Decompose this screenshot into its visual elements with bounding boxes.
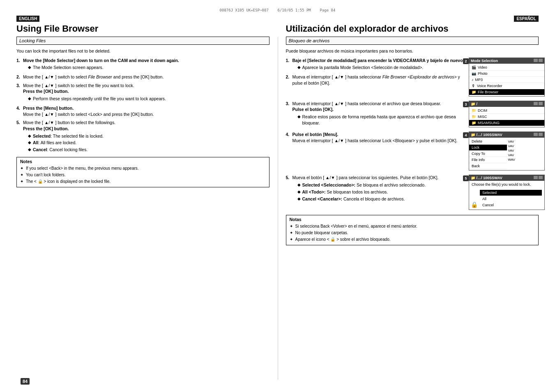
spanish-intro: Puede bloquear archivos de música import… [286, 48, 539, 54]
column-separator [278, 37, 278, 380]
spanish-badge: ESPAÑOL [514, 16, 539, 22]
notes-title-es: Notas [290, 217, 535, 222]
lock-prompt: Choose the file(s) you would to lock. [472, 182, 542, 187]
screen2-container: 2 Mode Selection 🎬Video 📷Photo [469, 58, 539, 98]
english-column: ENGLISH Using File Browser Locking Files… [16, 16, 274, 245]
step-3-en: 3. Move the [ ▲/▼ ] switch to select the… [16, 83, 269, 103]
screen4-container: 4 📁 /…/ 100SSWAV Dele [469, 131, 539, 172]
lock-option-cancel: Cancel [480, 202, 542, 208]
step-1-en: 1. Move the [Mode Selector] down to turn… [16, 58, 269, 71]
page-header: 00876J X105 UK+ESP~087 6/10/05 1:55 PM P… [16, 8, 539, 12]
lock-option-selected: Selected [480, 190, 542, 196]
screen5-icon1 [534, 176, 538, 179]
step-1-es: 1. Baje el [Selector de modalidad] para … [286, 58, 465, 71]
screen-mode-selection: Mode Selection 🎬Video 📷Photo ♪MP3 🎙Voice… [469, 58, 545, 97]
english-badge: ENGLISH [16, 16, 39, 22]
locking-files-header: Locking Files [16, 37, 269, 45]
english-intro: You can lock the important files not to … [16, 48, 269, 54]
page-number: 84 [21, 378, 30, 385]
english-steps: 1. Move the [Mode Selector] down to turn… [16, 58, 269, 154]
step-3-es: 3. Mueva el interruptor [ ▲/▼ ] hasta se… [286, 101, 465, 127]
spanish-section-title: Utilización del explorador de archivos [286, 23, 539, 34]
screen4-icon2 [539, 133, 543, 136]
step-2-en: 2. Move the [ ▲/▼ ] switch to select Fil… [16, 74, 269, 80]
lock-icon: 🔒 [471, 201, 478, 208]
screen3-icon2 [539, 102, 543, 105]
step-4-en: 4. Press the [Menu] button. Move the [ ▲… [16, 105, 269, 117]
screen5-container: 5 📁 /…/ 100SSWAV Choose the file(s) you … [469, 175, 539, 212]
screen2-icon1 [534, 59, 538, 62]
step-indicator-3: 3 [463, 101, 469, 107]
step-5-es: 5. Mueva el botón [ ▲/▼ ] para seleccion… [286, 175, 465, 203]
screen5-icon2 [539, 176, 543, 179]
step-5-en: 5. Move the [ ▲/▼ ] button to select the… [16, 120, 269, 153]
bloqueo-header: Bloqueo de archivos [286, 37, 539, 45]
screen-lock-options: 📁 /…/ 100SSWAV Choose the file(s) you wo… [469, 175, 545, 210]
spanish-notes: Notas ✦ Si selecciona Back <Volver> en e… [286, 215, 539, 245]
screen4-icon1 [534, 133, 538, 136]
english-section-title: Using File Browser [16, 23, 269, 34]
step-indicator-4: 4 [463, 132, 469, 138]
step-2-es: 2. Mueva el interruptor [ ▲/▼ ] hasta se… [286, 74, 465, 86]
spanish-column: ESPAÑOL Utilización del explorador de ar… [282, 16, 539, 245]
screen3-container: 3 📁 / 📁DCIM 📁MISC 📁MSAMSUN [469, 101, 539, 129]
step-4-es: 4. Pulse el botón [Menu]. Mueva el inter… [286, 131, 465, 143]
screen-file-browser: 📁 / 📁DCIM 📁MISC 📁MSAMSUNG [469, 101, 545, 127]
step-indicator-2: 2 [463, 58, 469, 64]
screen2-icon2 [539, 59, 543, 62]
step-1-bullet-1: ◆ The Mode Selection screen appears. [28, 65, 269, 71]
english-notes: Notes ✦ If you select <Back> in the menu… [16, 157, 269, 187]
lock-option-all: All [480, 196, 542, 202]
step-3-bullet-1: ◆ Perform these steps repeatedly until t… [28, 96, 269, 102]
screen-menu: 📁 /…/ 100SSWAV Delete Lock [469, 131, 545, 171]
notes-title-en: Notes [20, 159, 266, 164]
screen3-icon1 [534, 102, 538, 105]
spanish-steps: 1. Baje el [Selector de modalidad] para … [286, 58, 465, 98]
step-indicator-5: 5 [463, 175, 469, 181]
